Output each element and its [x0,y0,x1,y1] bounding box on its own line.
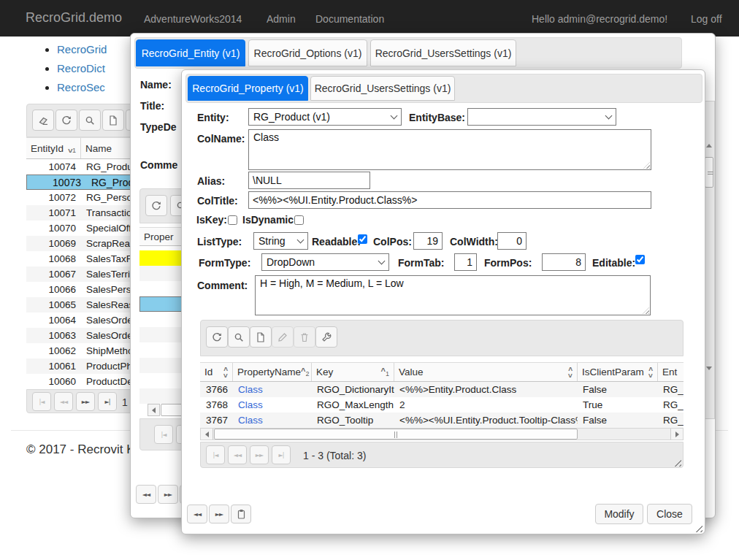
column-header-propertyname[interactable]: PropertyName ^2 [233,363,312,381]
delete-record-button[interactable] [294,326,315,348]
nav-item-adventureworks[interactable]: AdventureWorks2014 [144,13,242,25]
cell-entityid: 10073 [31,177,86,188]
search-button[interactable] [228,326,250,348]
tab-recrogrid-property[interactable]: RecroGrid_Property (v1) [188,76,308,101]
cell-entityid: 10062 [26,345,81,356]
nav-item-admin[interactable]: Admin [267,13,296,25]
pager-last-button[interactable]: ►| [98,392,117,411]
colwidth-input[interactable] [497,232,527,250]
formtab-input[interactable] [454,253,477,271]
entity-select[interactable]: RG_Product (v1) [248,108,402,126]
coltitle-input[interactable] [248,191,651,209]
cell-propertyname-link[interactable]: Class [233,384,312,395]
dialog-resize-grip[interactable] [693,523,702,532]
sort-desc-icon[interactable]: ^1 [68,143,76,154]
hscroll-left-button[interactable] [201,429,213,440]
title-label: Title: [140,100,164,112]
copy-record-button[interactable] [231,505,251,523]
pager-first-button[interactable]: |◄ [154,425,173,444]
pager-prev-button[interactable]: ◄◄ [228,445,247,464]
pager-next-button[interactable]: ►► [76,392,95,411]
table-row[interactable]: 3766 Class RGO_DictionaryItem <%%>Entity… [200,382,684,397]
table-row[interactable]: 3768 Class RGO_MaxLength 2 True RG_ [200,397,684,413]
entitybase-select[interactable] [467,108,616,126]
record-prev-button[interactable]: ◄◄ [136,485,156,504]
clipboard-icon [237,509,246,519]
refresh-button[interactable] [55,110,77,131]
modify-button[interactable]: Modify [595,504,643,524]
close-button[interactable]: Close [647,504,692,524]
cell-propertyname-link[interactable]: Class [233,399,312,410]
search-button[interactable] [79,110,101,131]
tab-recrogrid-entity[interactable]: RecroGrid_Entity (v1) [136,39,245,66]
cell-isclientparam: True [578,399,658,410]
brand[interactable]: RecroGrid.demo [26,10,122,26]
sort-both-icon[interactable]: ^^ [223,369,228,376]
arrow-down-icon[interactable] [706,367,712,370]
column-header-value[interactable]: Value ^^ [394,363,578,381]
new-record-button[interactable] [102,110,124,131]
column-header-isclientparam[interactable]: IsClientParam ^^ [578,363,658,381]
record-next-button[interactable]: ►► [209,505,229,523]
isdynamic-checkbox[interactable] [294,215,304,225]
column-header-id[interactable]: Id ^^ [200,363,233,381]
hscroll-right-button[interactable] [670,429,683,440]
name-label: Name: [140,79,172,91]
pager-first-button[interactable]: |◄ [206,445,225,464]
column-label: Ent [662,367,677,377]
vscroll-thumb[interactable] [705,157,713,188]
recrogrid-link[interactable]: RecroGrid [57,43,107,55]
hscroll-thumb[interactable] [214,429,578,440]
cell-entityid: 10066 [26,284,81,295]
chevron-down-icon [378,257,386,264]
tab-recrogrid-options[interactable]: RecroGrid_Options (v1) [248,39,367,66]
arrow-up-icon[interactable] [706,144,712,147]
record-next-button[interactable]: ►► [158,485,178,504]
tab-recrogrid-userssettings[interactable]: RecroGrid_UsersSettings (v1) [370,39,516,66]
comment-textarea[interactable]: H = High, M = Medium, L = Low [255,275,651,315]
nav-item-documentation[interactable]: Documentation [315,13,384,25]
cell-isclientparam: False [578,384,658,395]
refresh-button[interactable] [206,326,228,348]
colwidth-label: ColWidth: [450,236,498,248]
cell-propertyname-link[interactable]: Class [233,415,312,426]
listtype-select[interactable]: String [253,232,308,250]
hscroll-left-button[interactable] [148,404,160,416]
comment-label: Comment: [197,280,248,291]
colname-label: ColName: [197,133,245,145]
clear-filter-button[interactable] [32,110,54,131]
pager-last-button[interactable]: ►| [272,445,291,464]
column-header-entityid[interactable]: EntityId ^1 [26,138,81,158]
tab-recrogrid-userssettings[interactable]: RecroGrid_UsersSettings (v1) [310,76,455,101]
colname-textarea[interactable]: Class [248,129,651,170]
column-header-entity[interactable]: Ent [658,363,684,381]
formtype-select[interactable]: DropDown [261,253,389,271]
pager-first-button[interactable]: |◄ [32,392,51,411]
settings-button[interactable] [315,326,337,348]
sort-both-icon[interactable]: ^^ [568,369,573,376]
iskey-checkbox[interactable] [228,215,237,225]
pager-prev-button[interactable]: ◄◄ [54,392,73,411]
refresh-button[interactable] [145,195,167,216]
formpos-input[interactable] [542,253,586,271]
recrodict-link[interactable]: RecroDict [57,62,105,74]
hscrollbar[interactable] [200,428,684,440]
alias-input[interactable] [248,172,370,189]
readable-checkbox[interactable] [358,234,367,244]
nav-item-greeting[interactable]: Hello admin@recrogrid.demo! [532,13,667,25]
nav-item-logoff[interactable]: Log off [691,13,722,25]
isdynamic-label: IsDynamic: [242,214,297,226]
sort-asc-icon[interactable]: ^2 [301,367,309,377]
editable-checkbox[interactable] [635,255,645,264]
recrosec-link[interactable]: RecroSec [57,81,105,93]
editable-label: Editable: [592,257,635,269]
sort-both-icon[interactable]: ^^ [648,369,653,376]
colpos-input[interactable] [413,232,443,250]
table-row[interactable]: 3767 Class RGO_Tooltip <%%><%UI.Entity.P… [200,413,684,428]
column-header-key[interactable]: Key ^1 [312,363,394,381]
pager-next-button[interactable]: ►► [250,445,269,464]
edit-record-button[interactable] [272,326,294,348]
record-prev-button[interactable]: ◄◄ [187,505,207,523]
new-record-button[interactable] [250,326,272,348]
sort-asc-icon[interactable]: ^1 [381,367,389,377]
